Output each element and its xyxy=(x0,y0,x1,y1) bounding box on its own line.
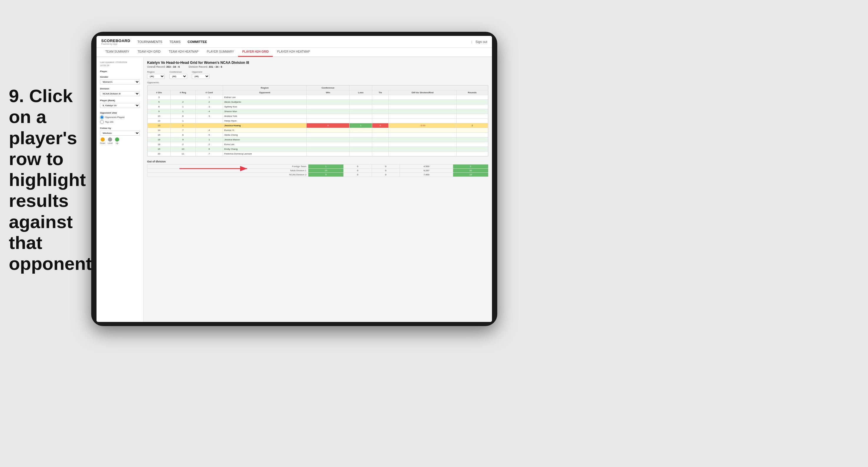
td-loss xyxy=(349,119,372,123)
player-section: Player xyxy=(100,70,140,73)
td-conf: 1 xyxy=(195,95,223,100)
td-loss xyxy=(349,142,372,147)
table-row[interactable]: 20 11 7 Federica Domecq Lacroze xyxy=(148,152,488,156)
division-select[interactable]: NCAA Division III xyxy=(100,91,140,96)
step-number: 9. xyxy=(9,86,24,106)
td-tie xyxy=(372,142,389,147)
td-loss xyxy=(349,137,372,142)
td-reg: 1 xyxy=(170,123,195,128)
colour-circle-level xyxy=(108,137,112,142)
td-conf: 2 xyxy=(195,142,223,147)
nav-tournaments[interactable]: TOURNAMENTS xyxy=(137,39,162,44)
table-row[interactable]: 10 6 3 Andrea York xyxy=(148,114,488,119)
nav-bar: SCOREBOARD Powered by clippi TOURNAMENTS… xyxy=(96,36,492,48)
th-tie: Tie xyxy=(372,90,389,95)
table-row[interactable]: 5 2 2 Alexis Sudijanto xyxy=(148,100,488,104)
tab-team-summary[interactable]: TEAM SUMMARY xyxy=(101,48,133,57)
conference-select[interactable]: (All) xyxy=(169,74,187,79)
right-content: Katelyn Vo Head-to-Head Grid for Women's… xyxy=(144,57,492,322)
colour-circle-up xyxy=(115,137,119,142)
tab-team-h2h-heatmap[interactable]: TEAM H2H HEATMAP xyxy=(165,48,203,57)
td-rounds xyxy=(456,100,488,104)
td-conf: 1 xyxy=(195,137,223,142)
table-row[interactable]: 13 1 Heejo Hyun xyxy=(148,119,488,123)
division-label: Division xyxy=(100,87,140,90)
td-opponent: Heejo Hyun xyxy=(223,119,307,123)
tab-team-h2h-grid[interactable]: TEAM H2H GRID xyxy=(133,48,165,57)
td-opponent: Euna Lee xyxy=(223,142,307,147)
colour-up-label: Up xyxy=(116,142,118,144)
td-conf: 4 xyxy=(195,128,223,133)
td-div: 3 xyxy=(148,95,170,100)
logo-area: SCOREBOARD Powered by clippi xyxy=(101,38,130,45)
td-diff xyxy=(389,104,457,109)
td-reg: 1 xyxy=(170,104,195,109)
ood-rounds: 2 xyxy=(453,164,489,168)
tablet-shell: SCOREBOARD Powered by clippi TOURNAMENTS… xyxy=(91,32,497,326)
table-row[interactable]: 15 8 5 Stella Cheng xyxy=(148,133,488,137)
ood-rounds: 10 xyxy=(453,173,489,177)
colour-level: Level xyxy=(108,137,113,144)
gender-select[interactable]: Women's xyxy=(100,80,140,85)
td-tie xyxy=(372,128,389,133)
table-row[interactable]: 18 2 2 Euna Lee xyxy=(148,142,488,147)
logo-text: SCOREBOARD xyxy=(101,38,130,43)
division-record: Division Record: 331 - 34 - 6 xyxy=(189,65,222,68)
table-row[interactable]: 6 1 3 Sydney Kuo xyxy=(148,104,488,109)
colour-up: Up xyxy=(115,137,119,144)
td-div: 15 xyxy=(148,133,170,137)
colour-by-select[interactable]: Win/loss xyxy=(100,131,140,136)
player-rank-select[interactable]: 8. Katelyn Vo xyxy=(100,103,140,108)
table-row[interactable]: 9 1 4 Sharon Mun xyxy=(148,109,488,114)
conference-header: Conference xyxy=(169,71,187,73)
opponent-view-section: Opponent view Opponents Played Top 100 xyxy=(100,112,140,124)
td-div: 9 xyxy=(148,109,170,114)
td-conf: 4 xyxy=(195,109,223,114)
ood-table: Foreign Team 1 0 0 4.500 2 NAIA Division… xyxy=(147,164,489,177)
td-rounds xyxy=(456,114,488,119)
td-diff xyxy=(389,142,457,147)
td-div: 13 xyxy=(148,119,170,123)
logo-sub: Powered by clippi xyxy=(101,43,130,45)
td-conf: 7 xyxy=(195,152,223,156)
nav-committee[interactable]: COMMITTEE xyxy=(188,39,207,44)
td-reg: 11 xyxy=(170,152,195,156)
ood-win: 5 xyxy=(308,173,344,177)
table-row[interactable]: 19 10 6 Emily Chang xyxy=(148,147,488,152)
td-loss xyxy=(349,128,372,133)
radio-top100[interactable]: Top 100 xyxy=(100,120,140,124)
td-conf xyxy=(195,119,223,123)
td-win xyxy=(307,114,349,119)
radio1-label: Opponents Played xyxy=(105,116,124,119)
ood-diff: 9.267 xyxy=(400,168,453,173)
td-win xyxy=(307,152,349,156)
table-row[interactable]: 13 1 Jessica Huang 0 1 0 -3.00 2 xyxy=(148,123,488,128)
td-rounds xyxy=(456,104,488,109)
nav-teams[interactable]: TEAMS xyxy=(169,39,181,44)
td-div: 20 xyxy=(148,152,170,156)
table-row[interactable]: 16 9 1 Jessica Mason xyxy=(148,137,488,142)
td-diff xyxy=(389,100,457,104)
player-label: Player xyxy=(100,70,140,73)
td-reg: 9 xyxy=(170,137,195,142)
td-conf: 5 xyxy=(195,133,223,137)
tab-player-h2h-grid[interactable]: PLAYER H2H GRID xyxy=(238,48,273,57)
ood-loss: 0 xyxy=(344,164,372,168)
table-row[interactable]: 14 7 4 Eunice Yi xyxy=(148,128,488,133)
tab-player-h2h-heatmap[interactable]: PLAYER H2H HEATMAP xyxy=(273,48,314,57)
td-opponent: Sydney Kuo xyxy=(223,104,307,109)
opponent-select[interactable]: (All) xyxy=(192,74,210,79)
tab-player-summary[interactable]: PLAYER SUMMARY xyxy=(203,48,238,57)
region-select[interactable]: (All) xyxy=(147,74,165,79)
td-div: 16 xyxy=(148,137,170,142)
colour-by-label: Colour by xyxy=(100,127,140,129)
table-row[interactable]: 3 1 Esther Lee xyxy=(148,95,488,100)
td-tie xyxy=(372,114,389,119)
nav-divider: | xyxy=(471,40,472,43)
ood-label: NAIA Division 1 xyxy=(147,168,308,173)
radio-opponents-played[interactable]: Opponents Played xyxy=(100,115,140,119)
sign-out-link[interactable]: Sign out xyxy=(475,40,487,43)
td-win xyxy=(307,109,349,114)
td-conf: 3 xyxy=(195,104,223,109)
region-header: Region xyxy=(147,71,165,73)
